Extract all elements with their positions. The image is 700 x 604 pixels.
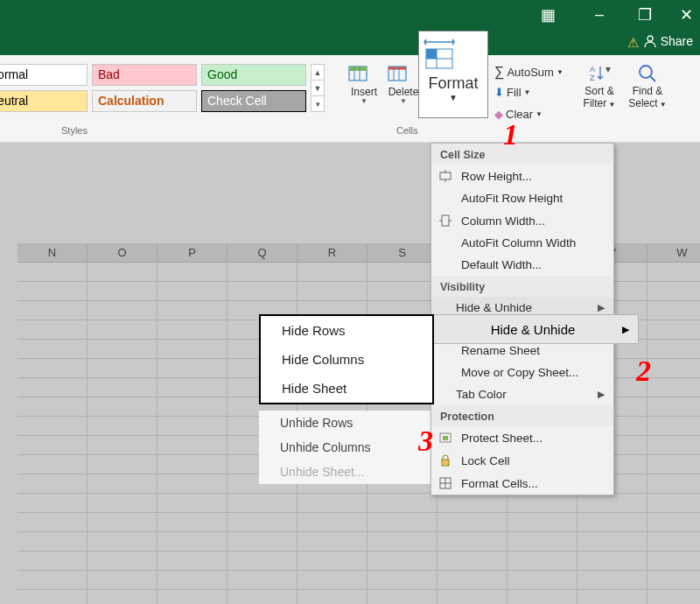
- annotation-2: 2: [636, 355, 651, 388]
- group-label-cells: Cells: [396, 125, 417, 136]
- autosum-label: AutoSum: [507, 66, 553, 79]
- submenu-hide-rows[interactable]: Hide Rows: [261, 316, 432, 345]
- ribbon-options-icon[interactable]: ▦: [541, 5, 556, 25]
- menu-row-height[interactable]: Row Height...: [431, 165, 613, 187]
- menu-label: Move or Copy Sheet...: [461, 366, 605, 379]
- submenu-hide-sheet[interactable]: Hide Sheet: [261, 374, 432, 403]
- find-label: Find &: [633, 85, 663, 97]
- menu-label: Format Cells...: [461, 477, 605, 490]
- menu-label: Tab Color: [456, 388, 591, 401]
- dropdown-icon: ▼: [346, 98, 382, 104]
- svg-point-0: [648, 36, 653, 41]
- svg-rect-17: [440, 172, 451, 179]
- annotation-3: 3: [418, 425, 433, 458]
- style-good[interactable]: Good: [201, 64, 306, 86]
- chevron-up-icon: ▲: [312, 65, 324, 81]
- col-width-icon: [438, 214, 454, 228]
- menu-autofit-col[interactable]: AutoFit Column Width: [431, 232, 613, 254]
- menu-header-protection: Protection: [431, 405, 613, 426]
- eraser-icon: ◆: [494, 108, 503, 121]
- svg-point-11: [640, 66, 652, 78]
- insert-icon: [346, 60, 382, 86]
- style-normal[interactable]: Normal: [0, 64, 88, 86]
- menu-label: Default Width...: [461, 258, 605, 271]
- title-bar: ▦ – ❐ ✕: [0, 0, 700, 31]
- fill-button[interactable]: ⬇ Fill ▼: [494, 86, 531, 99]
- svg-rect-20: [443, 436, 448, 440]
- menu-hide-unhide-highlight[interactable]: Hide & Unhide ▶: [408, 314, 639, 344]
- chevron-down-icon: ▼: [312, 81, 324, 96]
- menu-label: Protect Sheet...: [461, 432, 605, 445]
- submenu-unhide-columns[interactable]: Unhide Columns: [259, 435, 434, 460]
- format-button[interactable]: Format ▼: [418, 31, 488, 118]
- warning-icon[interactable]: ⚠: [627, 35, 639, 51]
- share-bar: ⚠ Share: [0, 31, 700, 55]
- delete-icon: [385, 60, 422, 86]
- dropdown-icon: ▼: [658, 101, 667, 109]
- svg-rect-18: [442, 215, 449, 226]
- minimize-button[interactable]: –: [595, 5, 604, 24]
- find-select-button[interactable]: Find & Select ▼: [626, 62, 669, 109]
- dropdown-icon: ▼: [385, 98, 422, 104]
- menu-move-copy[interactable]: Move or Copy Sheet...: [431, 362, 613, 383]
- sort-label: Sort &: [584, 85, 613, 97]
- fill-down-icon: ⬇: [494, 86, 504, 99]
- style-bad[interactable]: Bad: [92, 64, 197, 86]
- menu-label: Hide & Unhide: [444, 322, 622, 337]
- menu-format-cells[interactable]: Format Cells...: [431, 472, 613, 495]
- svg-text:Z: Z: [590, 74, 595, 82]
- svg-text:A: A: [590, 65, 595, 74]
- style-neutral[interactable]: Neutral: [0, 90, 88, 112]
- hide-unhide-submenu: Hide Rows Hide Columns Hide Sheet: [259, 314, 434, 404]
- svg-rect-2: [349, 67, 367, 71]
- menu-label: Rename Sheet: [461, 344, 605, 357]
- clear-button[interactable]: ◆ Clear ▼: [494, 108, 542, 121]
- style-check-cell[interactable]: Check Cell: [201, 90, 306, 112]
- sort-filter-button[interactable]: AZ Sort & Filter ▼: [578, 62, 621, 109]
- menu-label: Lock Cell: [461, 454, 605, 467]
- share-label: Share: [661, 34, 693, 48]
- lock-icon: [438, 453, 454, 467]
- style-calculation[interactable]: Calculation: [92, 90, 197, 112]
- chevron-down-icon: ▾: [312, 96, 324, 112]
- svg-line-12: [650, 76, 655, 81]
- menu-autofit-row[interactable]: AutoFit Row Height: [431, 187, 613, 209]
- submenu-hide-columns[interactable]: Hide Columns: [261, 345, 432, 374]
- insert-button[interactable]: Insert ▼: [346, 60, 382, 104]
- filter-label: Filter: [584, 97, 607, 109]
- format-label: Format: [419, 74, 487, 93]
- dropdown-icon: ▼: [536, 110, 542, 118]
- insert-label: Insert: [351, 86, 377, 98]
- submenu-arrow-icon: ▶: [598, 389, 605, 400]
- menu-lock-cell[interactable]: Lock Cell: [431, 449, 613, 472]
- autosum-button[interactable]: ∑ AutoSum ▼: [494, 64, 564, 80]
- styles-gallery-expand[interactable]: ▲ ▼ ▾: [311, 64, 325, 112]
- menu-label: Row Height...: [461, 170, 605, 183]
- user-icon: [643, 34, 657, 48]
- restore-button[interactable]: ❐: [638, 5, 652, 25]
- submenu-unhide-rows[interactable]: Unhide Rows: [259, 411, 434, 435]
- menu-default-width[interactable]: Default Width...: [431, 254, 613, 276]
- menu-label: AutoFit Row Height: [461, 192, 605, 205]
- row-height-icon: [438, 169, 454, 183]
- share-button[interactable]: Share: [643, 34, 693, 48]
- annotation-1: 1: [503, 118, 518, 151]
- format-icon: [419, 37, 459, 72]
- sort-filter-icon: AZ: [588, 62, 611, 85]
- dropdown-icon: ▼: [419, 93, 487, 102]
- format-cells-icon: [438, 476, 454, 490]
- delete-button[interactable]: Delete ▼: [385, 60, 422, 104]
- menu-label: AutoFit Column Width: [461, 236, 605, 249]
- menu-protect-sheet[interactable]: Protect Sheet...: [431, 426, 613, 449]
- protect-icon: [438, 431, 454, 445]
- menu-header-cellsize: Cell Size: [431, 144, 613, 165]
- menu-label: Column Width...: [461, 214, 605, 228]
- menu-label: Hide & Unhide: [456, 301, 591, 314]
- select-label: Select: [628, 97, 657, 109]
- submenu-unhide-sheet: Unhide Sheet...: [259, 460, 434, 484]
- hide-unhide-submenu-rest: Unhide Rows Unhide Columns Unhide Sheet.…: [259, 411, 434, 484]
- menu-tab-color[interactable]: Tab Color ▶: [431, 383, 613, 405]
- menu-col-width[interactable]: Column Width...: [431, 209, 613, 232]
- close-button[interactable]: ✕: [680, 5, 693, 25]
- dropdown-icon: ▼: [606, 101, 615, 109]
